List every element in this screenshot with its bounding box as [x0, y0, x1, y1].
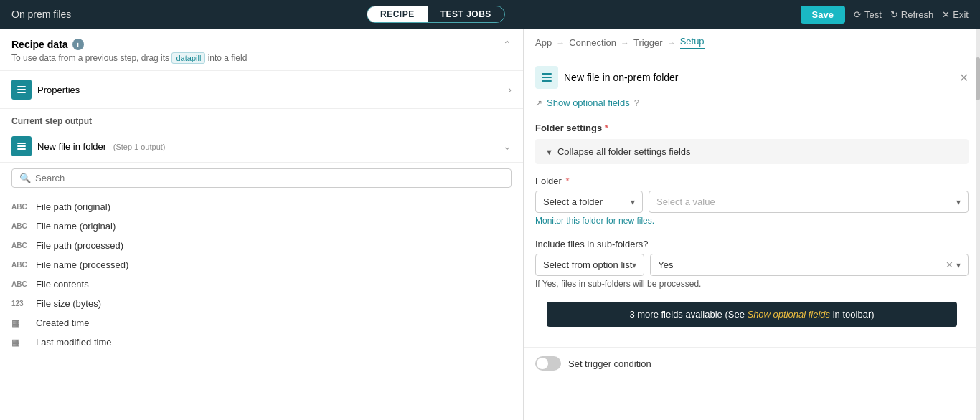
list-item[interactable]: ABC File name (processed) — [0, 255, 523, 275]
folder-field-label: Folder * — [535, 176, 969, 186]
subfolders-dropdown-text: Select from option list — [543, 259, 632, 270]
banner-highlight: Show optional fields — [747, 309, 830, 320]
setup-title: New file in on-prem folder — [564, 72, 679, 83]
type-badge: ABC — [11, 280, 30, 288]
data-list: ABC File path (original) ABC File name (… — [0, 194, 523, 420]
tab-toggle: RECIPE TEST JOBS — [367, 6, 505, 23]
svg-rect-6 — [542, 73, 552, 75]
nav-connection[interactable]: Connection — [569, 37, 616, 48]
subfolders-field-label: Include files in sub-folders? — [535, 239, 969, 249]
recipe-data-header: Recipe data i To use data from a previou… — [0, 29, 523, 71]
properties-row[interactable]: Properties › — [0, 71, 523, 109]
list-item[interactable]: ▦ Last modified time — [0, 333, 523, 352]
subfolders-dropdown[interactable]: Select from option list ▾ — [535, 254, 644, 276]
close-button[interactable]: ✕ — [959, 71, 969, 85]
folder-value-arrow-icon: ▾ — [956, 197, 961, 207]
setup-header: New file in on-prem folder ✕ — [524, 57, 980, 95]
step-output-collapse-icon[interactable]: ⌄ — [503, 140, 512, 152]
subfolders-value-actions: ✕ ▾ — [946, 259, 961, 270]
folder-field-row: Folder * Select a folder ▾ Select a valu… — [535, 176, 969, 226]
section-label: Folder settings * — [535, 123, 969, 133]
app-title: On prem files — [11, 9, 71, 20]
setup-title-group: New file in on-prem folder — [535, 66, 679, 89]
exit-action[interactable]: ✕ Exit — [942, 9, 969, 20]
list-item[interactable]: ABC File contents — [0, 275, 523, 294]
clear-icon[interactable]: ✕ — [946, 259, 953, 270]
current-step-label: Current step output — [0, 109, 523, 130]
type-badge: ABC — [11, 203, 30, 211]
subfolders-value: Yes — [658, 259, 673, 270]
required-indicator: * — [565, 176, 569, 186]
folder-dropdown[interactable]: Select a folder ▾ — [535, 191, 643, 213]
refresh-action[interactable]: ↻ Refresh — [890, 9, 934, 20]
tab-recipe[interactable]: RECIPE — [367, 6, 428, 22]
step-output-icon — [11, 136, 32, 156]
set-trigger-row: Set trigger condition — [524, 347, 980, 379]
recipe-data-subtitle: To use data from a previous step, drag i… — [11, 53, 247, 63]
svg-rect-0 — [17, 86, 26, 87]
subfolders-field-controls: Select from option list ▾ Yes ✕ ▾ — [535, 254, 969, 276]
item-label: File path (original) — [36, 201, 110, 212]
subfolders-hint: If Yes, files in sub-folders will be pro… — [535, 279, 969, 289]
svg-rect-1 — [17, 89, 26, 90]
svg-rect-4 — [17, 145, 26, 147]
nav-trigger[interactable]: Trigger — [633, 37, 663, 48]
nav-bar: App → Connection → Trigger → Setup — [524, 29, 980, 57]
exit-icon: ✕ — [942, 9, 950, 20]
scrollbar-thumb — [976, 57, 980, 100]
triangle-down-icon: ▼ — [545, 148, 553, 156]
help-icon[interactable]: ? — [634, 97, 639, 108]
list-item[interactable]: ABC File path (original) — [0, 197, 523, 216]
search-input[interactable] — [35, 173, 504, 183]
topbar-actions: Save ⟳ Test ↻ Refresh ✕ Exit — [801, 6, 969, 24]
type-badge: ABC — [11, 222, 30, 230]
list-item[interactable]: ABC File path (processed) — [0, 236, 523, 255]
show-optional-row: ↗ Show optional fields ? — [524, 95, 980, 117]
properties-icon — [11, 80, 32, 100]
refresh-icon: ↻ — [890, 9, 898, 20]
svg-rect-2 — [17, 92, 26, 93]
item-label: File path (processed) — [36, 240, 123, 251]
more-fields-banner[interactable]: 3 more fields available (See Show option… — [547, 302, 957, 327]
item-label: File size (bytes) — [36, 298, 101, 309]
type-badge: ▦ — [11, 318, 30, 328]
subfolders-value-wrap: Yes ✕ ▾ — [650, 254, 969, 276]
folder-field-controls: Select a folder ▾ Select a value ▾ — [535, 191, 969, 213]
item-label: File name (original) — [36, 221, 116, 232]
nav-setup[interactable]: Setup — [680, 36, 705, 49]
info-icon[interactable]: i — [72, 39, 84, 50]
nav-arrow-3: → — [667, 38, 676, 48]
item-label: File contents — [36, 279, 89, 290]
svg-rect-3 — [17, 143, 26, 144]
trigger-label: Set trigger condition — [568, 358, 651, 369]
right-scrollbar[interactable] — [976, 29, 980, 420]
list-item[interactable]: ABC File name (original) — [0, 216, 523, 236]
setup-icon — [535, 66, 558, 89]
left-panel: Recipe data i To use data from a previou… — [0, 29, 524, 420]
step-output-row[interactable]: New file in folder (Step 1 output) ⌄ — [0, 130, 523, 163]
collapse-icon[interactable]: ⌃ — [503, 39, 512, 50]
setup-area: New file in on-prem folder ✕ ↗ Show opti… — [524, 57, 980, 420]
folder-settings-section: Folder settings * ▼ Collapse all folder … — [524, 123, 980, 347]
svg-rect-5 — [17, 148, 26, 150]
collapse-bar[interactable]: ▼ Collapse all folder settings fields — [535, 139, 969, 164]
required-star: * — [605, 123, 608, 133]
test-action[interactable]: ⟳ Test — [854, 9, 882, 20]
save-button[interactable]: Save — [801, 6, 845, 24]
list-item[interactable]: ▦ Created time — [0, 313, 523, 333]
list-item[interactable]: 123 File size (bytes) — [0, 294, 523, 313]
trigger-toggle[interactable] — [535, 356, 561, 371]
step-output-left: New file in folder (Step 1 output) — [11, 136, 166, 156]
chevron-right-icon: › — [508, 84, 512, 95]
nav-app[interactable]: App — [535, 37, 552, 48]
recipe-data-title: Recipe data i — [11, 39, 247, 50]
search-icon: 🔍 — [19, 173, 31, 183]
nav-arrow-2: → — [621, 38, 629, 48]
item-label: File name (processed) — [36, 259, 128, 270]
show-optional-link[interactable]: Show optional fields — [547, 97, 630, 108]
folder-value-input[interactable]: Select a value ▾ — [649, 191, 969, 213]
subfolders-value-arrow-icon: ▾ — [956, 260, 961, 270]
item-label: Last modified time — [36, 337, 112, 348]
recipe-data-info: Recipe data i To use data from a previou… — [11, 39, 247, 63]
tab-test-jobs[interactable]: TEST JOBS — [428, 6, 504, 22]
